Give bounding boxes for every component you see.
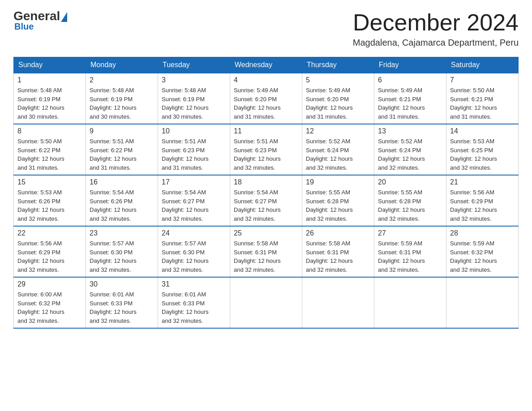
calendar-cell: 4Sunrise: 5:49 AMSunset: 6:20 PMDaylight… [230, 73, 302, 124]
weekday-header-wednesday: Wednesday [230, 57, 302, 73]
day-number: 30 [90, 280, 154, 288]
day-number: 22 [17, 229, 82, 237]
calendar-cell [302, 277, 374, 328]
day-info: Sunrise: 5:49 AMSunset: 6:21 PMDaylight:… [378, 86, 442, 121]
weekday-header-monday: Monday [86, 57, 158, 73]
calendar-cell: 19Sunrise: 5:55 AMSunset: 6:28 PMDayligh… [302, 175, 374, 226]
calendar-cell [446, 277, 519, 328]
title-section: December 2024 Magdalena, Cajamarca Depar… [353, 9, 519, 48]
calendar-cell: 28Sunrise: 5:59 AMSunset: 6:32 PMDayligh… [446, 226, 519, 277]
weekday-header-friday: Friday [374, 57, 446, 73]
calendar-cell: 14Sunrise: 5:53 AMSunset: 6:25 PMDayligh… [446, 124, 519, 175]
day-number: 21 [450, 178, 515, 186]
day-number: 16 [90, 178, 154, 186]
page-header: General Blue December 2024 Magdalena, Ca… [13, 9, 519, 48]
logo-blue: Blue [13, 21, 34, 32]
calendar-cell: 8Sunrise: 5:50 AMSunset: 6:22 PMDaylight… [14, 124, 86, 175]
calendar-cell [230, 277, 302, 328]
calendar-cell: 29Sunrise: 6:00 AMSunset: 6:32 PMDayligh… [14, 277, 86, 328]
calendar-cell: 15Sunrise: 5:53 AMSunset: 6:26 PMDayligh… [14, 175, 86, 226]
calendar-cell: 9Sunrise: 5:51 AMSunset: 6:22 PMDaylight… [86, 124, 158, 175]
calendar-cell: 27Sunrise: 5:59 AMSunset: 6:31 PMDayligh… [374, 226, 446, 277]
day-info: Sunrise: 5:48 AMSunset: 6:19 PMDaylight:… [90, 86, 154, 121]
day-number: 6 [378, 76, 442, 84]
day-info: Sunrise: 5:50 AMSunset: 6:21 PMDaylight:… [450, 86, 515, 121]
calendar-cell: 7Sunrise: 5:50 AMSunset: 6:21 PMDaylight… [446, 73, 519, 124]
calendar-cell: 1Sunrise: 5:48 AMSunset: 6:19 PMDaylight… [14, 73, 86, 124]
day-info: Sunrise: 5:59 AMSunset: 6:32 PMDaylight:… [450, 239, 515, 274]
day-info: Sunrise: 5:50 AMSunset: 6:22 PMDaylight:… [17, 137, 82, 172]
calendar-table: SundayMondayTuesdayWednesdayThursdayFrid… [13, 57, 519, 329]
day-number: 3 [162, 76, 226, 84]
day-number: 18 [234, 178, 298, 186]
day-info: Sunrise: 5:57 AMSunset: 6:30 PMDaylight:… [162, 239, 226, 274]
day-info: Sunrise: 5:48 AMSunset: 6:19 PMDaylight:… [162, 86, 226, 121]
day-info: Sunrise: 5:54 AMSunset: 6:27 PMDaylight:… [234, 188, 298, 223]
calendar-cell [374, 277, 446, 328]
calendar-week-row: 22Sunrise: 5:56 AMSunset: 6:29 PMDayligh… [14, 226, 519, 277]
calendar-cell: 22Sunrise: 5:56 AMSunset: 6:29 PMDayligh… [14, 226, 86, 277]
day-info: Sunrise: 5:49 AMSunset: 6:20 PMDaylight:… [234, 86, 298, 121]
weekday-header-sunday: Sunday [14, 57, 86, 73]
day-info: Sunrise: 6:00 AMSunset: 6:32 PMDaylight:… [17, 290, 82, 325]
day-number: 1 [17, 76, 82, 84]
day-number: 9 [90, 127, 154, 135]
calendar-cell: 16Sunrise: 5:54 AMSunset: 6:26 PMDayligh… [86, 175, 158, 226]
day-number: 25 [234, 229, 298, 237]
day-info: Sunrise: 5:58 AMSunset: 6:31 PMDaylight:… [306, 239, 370, 274]
calendar-week-row: 15Sunrise: 5:53 AMSunset: 6:26 PMDayligh… [14, 175, 519, 226]
day-number: 26 [306, 229, 370, 237]
day-info: Sunrise: 5:51 AMSunset: 6:23 PMDaylight:… [162, 137, 226, 172]
day-info: Sunrise: 5:56 AMSunset: 6:29 PMDaylight:… [450, 188, 515, 223]
day-info: Sunrise: 5:52 AMSunset: 6:24 PMDaylight:… [378, 137, 442, 172]
calendar-header-row: SundayMondayTuesdayWednesdayThursdayFrid… [14, 57, 519, 73]
day-number: 29 [17, 280, 82, 288]
calendar-cell: 17Sunrise: 5:54 AMSunset: 6:27 PMDayligh… [158, 175, 230, 226]
calendar-cell: 25Sunrise: 5:58 AMSunset: 6:31 PMDayligh… [230, 226, 302, 277]
calendar-cell: 12Sunrise: 5:52 AMSunset: 6:24 PMDayligh… [302, 124, 374, 175]
day-number: 8 [17, 127, 82, 135]
calendar-cell: 3Sunrise: 5:48 AMSunset: 6:19 PMDaylight… [158, 73, 230, 124]
month-title: December 2024 [353, 9, 519, 36]
day-info: Sunrise: 5:56 AMSunset: 6:29 PMDaylight:… [17, 239, 82, 274]
calendar-cell: 10Sunrise: 5:51 AMSunset: 6:23 PMDayligh… [158, 124, 230, 175]
day-info: Sunrise: 5:58 AMSunset: 6:31 PMDaylight:… [234, 239, 298, 274]
day-info: Sunrise: 5:48 AMSunset: 6:19 PMDaylight:… [17, 86, 82, 121]
day-number: 20 [378, 178, 442, 186]
day-info: Sunrise: 5:55 AMSunset: 6:28 PMDaylight:… [378, 188, 442, 223]
day-number: 4 [234, 76, 298, 84]
day-number: 23 [90, 229, 154, 237]
day-number: 2 [90, 76, 154, 84]
day-info: Sunrise: 5:53 AMSunset: 6:26 PMDaylight:… [17, 188, 82, 223]
day-info: Sunrise: 5:54 AMSunset: 6:26 PMDaylight:… [90, 188, 154, 223]
day-number: 27 [378, 229, 442, 237]
day-number: 19 [306, 178, 370, 186]
day-info: Sunrise: 6:01 AMSunset: 6:33 PMDaylight:… [162, 290, 226, 325]
day-number: 7 [450, 76, 515, 84]
day-info: Sunrise: 5:54 AMSunset: 6:27 PMDaylight:… [162, 188, 226, 223]
logo: General Blue [13, 9, 67, 32]
day-number: 10 [162, 127, 226, 135]
day-number: 31 [162, 280, 226, 288]
day-info: Sunrise: 5:51 AMSunset: 6:23 PMDaylight:… [234, 137, 298, 172]
calendar-cell: 23Sunrise: 5:57 AMSunset: 6:30 PMDayligh… [86, 226, 158, 277]
day-number: 11 [234, 127, 298, 135]
day-number: 28 [450, 229, 515, 237]
calendar-cell: 18Sunrise: 5:54 AMSunset: 6:27 PMDayligh… [230, 175, 302, 226]
weekday-header-tuesday: Tuesday [158, 57, 230, 73]
day-info: Sunrise: 5:57 AMSunset: 6:30 PMDaylight:… [90, 239, 154, 274]
logo-triangle-icon [61, 12, 67, 22]
day-info: Sunrise: 5:53 AMSunset: 6:25 PMDaylight:… [450, 137, 515, 172]
location: Magdalena, Cajamarca Department, Peru [353, 38, 519, 48]
calendar-cell: 6Sunrise: 5:49 AMSunset: 6:21 PMDaylight… [374, 73, 446, 124]
weekday-header-saturday: Saturday [446, 57, 519, 73]
day-number: 24 [162, 229, 226, 237]
calendar-cell: 26Sunrise: 5:58 AMSunset: 6:31 PMDayligh… [302, 226, 374, 277]
weekday-header-thursday: Thursday [302, 57, 374, 73]
calendar-cell: 21Sunrise: 5:56 AMSunset: 6:29 PMDayligh… [446, 175, 519, 226]
day-number: 17 [162, 178, 226, 186]
day-number: 5 [306, 76, 370, 84]
calendar-cell: 30Sunrise: 6:01 AMSunset: 6:33 PMDayligh… [86, 277, 158, 328]
day-number: 15 [17, 178, 82, 186]
calendar-body: 1Sunrise: 5:48 AMSunset: 6:19 PMDaylight… [14, 73, 519, 328]
